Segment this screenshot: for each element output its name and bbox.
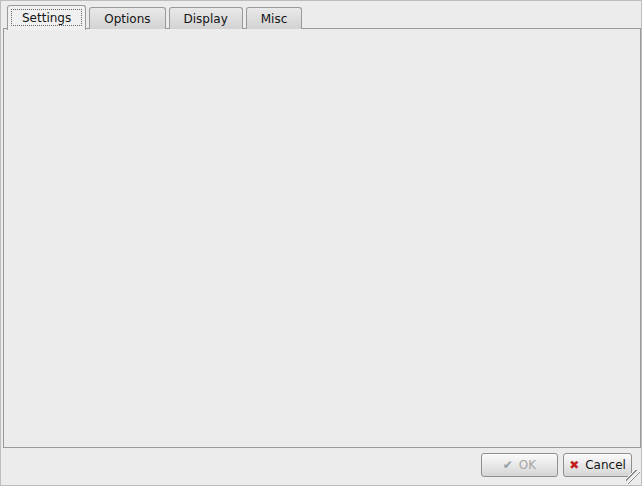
checkmark-icon: ✔ [503, 459, 513, 471]
resize-grip[interactable] [626, 470, 640, 484]
ok-button-label: OK [519, 458, 536, 472]
tab-display[interactable]: Display [169, 7, 243, 29]
tab-settings[interactable]: Settings [7, 5, 86, 30]
ok-button[interactable]: ✔ OK [481, 453, 558, 477]
tab-bar: Settings Options Display Misc [7, 3, 305, 29]
cancel-x-icon: ✖ [569, 459, 579, 471]
tab-misc[interactable]: Misc [246, 7, 303, 29]
settings-dialog: Settings Options Display Misc Preset Nam… [0, 0, 642, 486]
settings-tab-pane [3, 28, 641, 448]
cancel-button[interactable]: ✖ Cancel [563, 453, 632, 477]
cancel-button-label: Cancel [585, 458, 626, 472]
tab-options[interactable]: Options [89, 7, 165, 29]
